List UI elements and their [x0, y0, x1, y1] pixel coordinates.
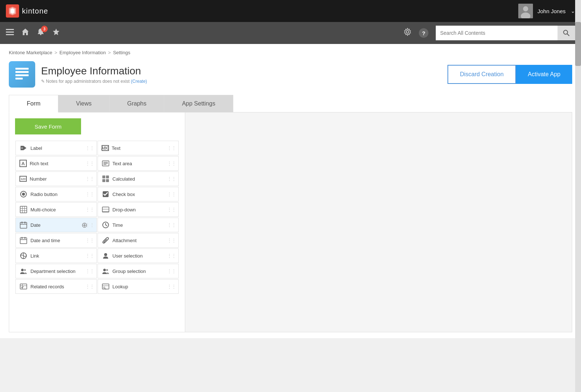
- navbar-left: kintone: [6, 4, 48, 18]
- svg-point-27: [22, 193, 25, 196]
- svg-rect-13: [15, 68, 29, 70]
- field-item-calculated[interactable]: Calculated ⋮⋮: [98, 171, 179, 186]
- app-title-area: Employee Information ✎ Notes for app adm…: [41, 65, 147, 84]
- top-navbar: kintone John Jones ⌄: [0, 0, 581, 22]
- kintone-logo: kintone: [6, 4, 48, 18]
- field-item-drop-down[interactable]: Drop-down ⋮⋮: [98, 202, 179, 217]
- link-field-icon: [19, 252, 28, 260]
- menu-icon[interactable]: [6, 28, 14, 38]
- field-group-selection-text: Group selection: [113, 269, 175, 274]
- drag-handle-icon: ⋮⋮: [167, 269, 176, 274]
- drag-handle-icon: ⋮⋮: [85, 284, 94, 289]
- scrollbar-thumb[interactable]: [575, 22, 581, 66]
- logo-text: kintone: [22, 7, 48, 15]
- drag-handle-icon: ⋮⋮: [167, 145, 176, 151]
- svg-rect-9: [6, 34, 14, 35]
- field-item-text[interactable]: ABC Text ⋮⋮: [98, 141, 179, 155]
- tab-views[interactable]: Views: [58, 95, 109, 112]
- field-item-date[interactable]: Date ⊕ ⋮⋮: [15, 218, 97, 232]
- field-drop-down-text: Drop-down: [113, 207, 175, 212]
- field-item-user-selection[interactable]: User selection ⋮⋮: [98, 248, 179, 263]
- notification-badge: 3: [41, 26, 48, 32]
- svg-line-12: [567, 34, 569, 36]
- field-item-department-selection[interactable]: Department selection ⋮⋮: [15, 264, 97, 278]
- field-item-check-box[interactable]: Check box ⋮⋮: [98, 187, 179, 201]
- svg-point-54: [106, 269, 108, 271]
- search-input[interactable]: [436, 26, 558, 40]
- drag-handle-icon: ⋮⋮: [167, 207, 176, 212]
- field-lookup-text: Lookup: [113, 284, 175, 289]
- svg-point-17: [22, 148, 23, 149]
- tab-app-settings[interactable]: App Settings: [164, 95, 233, 112]
- svg-point-11: [564, 30, 568, 34]
- svg-rect-44: [20, 238, 27, 244]
- drag-handle-icon: ⋮⋮: [167, 284, 176, 289]
- field-item-lookup[interactable]: Lookup ⋮⋮: [98, 279, 179, 294]
- drop-down-field-icon: [102, 206, 110, 214]
- home-icon[interactable]: [21, 28, 29, 38]
- discard-creation-button[interactable]: Discard Creation: [447, 65, 516, 84]
- drag-handle-icon: ⋮⋮: [167, 222, 176, 228]
- field-item-label[interactable]: Label ⋮⋮: [15, 141, 97, 155]
- breadcrumb-sep-1: >: [55, 50, 58, 55]
- svg-point-10: [406, 31, 409, 33]
- field-link-text: Link: [30, 253, 93, 259]
- scrollbar-track[interactable]: [575, 0, 581, 392]
- user-menu-chevron-icon[interactable]: ⌄: [571, 8, 575, 14]
- field-item-group-selection[interactable]: Group selection ⋮⋮: [98, 264, 179, 278]
- svg-point-5: [523, 6, 528, 11]
- drag-handle-icon: ⋮⋮: [85, 145, 94, 151]
- svg-point-50: [104, 253, 107, 256]
- help-icon[interactable]: ?: [419, 28, 428, 38]
- field-item-radio-button[interactable]: Radio button ⋮⋮: [15, 187, 97, 201]
- svg-rect-14: [15, 71, 29, 73]
- drag-handle-icon: ⋮⋮: [167, 176, 176, 181]
- notification-bell-icon[interactable]: 3: [37, 28, 45, 38]
- drag-handle-icon: ⋮⋮: [85, 253, 94, 258]
- field-check-box-text: Check box: [113, 192, 175, 197]
- field-radio-button-text: Radio button: [30, 192, 93, 197]
- breadcrumb-marketplace[interactable]: Kintone Marketplace: [9, 50, 52, 55]
- field-calculated-text: Calculated: [113, 176, 175, 182]
- field-item-text-area[interactable]: Text area ⋮⋮: [98, 156, 179, 171]
- create-notes-link[interactable]: (Create): [131, 79, 147, 84]
- calculated-field-icon: [102, 175, 110, 183]
- drag-handle-icon: ⋮⋮: [167, 238, 176, 243]
- svg-rect-23: [106, 175, 109, 178]
- activate-app-button[interactable]: Activate App: [516, 65, 572, 84]
- field-item-link[interactable]: Link ⋮⋮: [15, 248, 97, 263]
- tab-form[interactable]: Form: [9, 95, 58, 112]
- svg-rect-8: [6, 32, 14, 33]
- field-item-multi-choice[interactable]: Multi-choice ⋮⋮: [15, 202, 97, 217]
- field-attachment-text: Attachment: [113, 238, 175, 243]
- tab-graphs[interactable]: Graphs: [109, 95, 164, 112]
- field-number-text: Number: [30, 176, 93, 182]
- field-user-selection-text: User selection: [113, 253, 175, 259]
- user-name-label: John Jones: [537, 8, 566, 14]
- user-selection-field-icon: [102, 252, 110, 260]
- breadcrumb-app[interactable]: Employee Information: [59, 50, 106, 55]
- form-area: Save Form Label ⋮⋮ ABC: [9, 112, 572, 332]
- number-field-icon: 123: [19, 176, 27, 182]
- field-item-number[interactable]: 123 Number ⋮⋮: [15, 171, 97, 186]
- drag-handle-icon: ⋮⋮: [167, 253, 176, 258]
- field-item-attachment[interactable]: Attachment ⋮⋮: [98, 233, 179, 248]
- search-icon: [563, 29, 570, 37]
- svg-point-51: [21, 269, 24, 271]
- field-item-date-and-time[interactable]: Date and time ⋮⋮: [15, 233, 97, 248]
- rich-text-field-icon: A: [19, 160, 27, 167]
- field-item-time[interactable]: Time ⋮⋮: [98, 218, 179, 232]
- field-item-related-records[interactable]: Related records ⋮⋮: [15, 279, 97, 294]
- secondary-navbar: 3 ?: [0, 22, 581, 44]
- save-form-button[interactable]: Save Form: [15, 118, 81, 134]
- favorites-star-icon[interactable]: [52, 28, 60, 38]
- breadcrumb-current: Settings: [113, 50, 130, 55]
- multi-choice-field-icon: [19, 206, 28, 214]
- app-notes-text: Notes for app administrators does not ex…: [46, 79, 129, 84]
- search-button[interactable]: [558, 26, 575, 40]
- tab-container: Form Views Graphs App Settings: [9, 95, 572, 112]
- field-item-rich-text[interactable]: A Rich text ⋮⋮: [15, 156, 97, 171]
- app-header-left: Employee Information ✎ Notes for app adm…: [9, 61, 147, 88]
- settings-gear-icon[interactable]: [403, 28, 412, 38]
- field-rich-text-text: Rich text: [30, 161, 93, 166]
